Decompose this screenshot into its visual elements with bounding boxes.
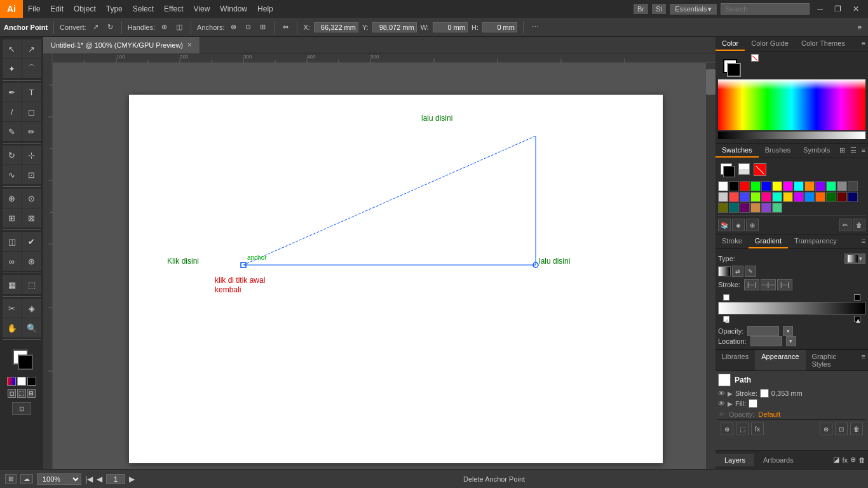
- swatch-color-888888[interactable]: [837, 181, 847, 191]
- tab-close-button[interactable]: ✕: [187, 41, 192, 48]
- swatch-new-btn[interactable]: ⊕: [746, 219, 759, 231]
- stroke-center-btn[interactable]: —|—: [761, 279, 776, 290]
- x-input[interactable]: [314, 22, 358, 32]
- w-input[interactable]: [433, 22, 468, 32]
- v-scroll-thumb[interactable]: [706, 69, 715, 95]
- tool-pen[interactable]: ✒: [3, 83, 22, 102]
- tab-layers[interactable]: Layers: [715, 454, 754, 466]
- close-button[interactable]: ✕: [849, 4, 863, 13]
- clear-appearance-btn[interactable]: ⊗: [820, 423, 832, 435]
- color-panel-menu[interactable]: ≡: [859, 37, 868, 51]
- swatch-color-ff00ff[interactable]: [783, 181, 793, 191]
- zoom-select[interactable]: 100%: [37, 473, 81, 485]
- anchors-btn3[interactable]: ⊞: [257, 22, 268, 32]
- tab-color-themes[interactable]: Color Themes: [795, 37, 851, 51]
- tab-libraries[interactable]: Libraries: [715, 350, 755, 370]
- menu-type[interactable]: Type: [101, 0, 128, 18]
- swatch-color-00ffcc[interactable]: [772, 192, 782, 202]
- tool-blend[interactable]: ∞: [3, 252, 22, 271]
- save-to-cloud-btn[interactable]: ☁: [20, 474, 33, 484]
- stroke-inside-btn[interactable]: |—|: [744, 279, 759, 290]
- swatch-color-8844cc[interactable]: [761, 203, 771, 213]
- tool-hand[interactable]: ✋: [3, 318, 22, 337]
- tool-rect[interactable]: ◻: [22, 102, 41, 121]
- tab-color[interactable]: Color: [715, 37, 745, 51]
- draw-behind-btn[interactable]: ⬚: [17, 389, 25, 398]
- draw-inside-btn[interactable]: ⊟: [27, 389, 36, 398]
- menu-view[interactable]: View: [189, 0, 215, 18]
- fill-visibility-icon[interactable]: 👁: [718, 400, 725, 407]
- swatch-color-666600[interactable]: [718, 203, 728, 213]
- stroke-color[interactable]: [18, 355, 33, 370]
- more-options-btn[interactable]: ⋯: [529, 22, 541, 32]
- tool-scale[interactable]: ⊹: [22, 146, 41, 165]
- swatch-color-0088ff[interactable]: [804, 192, 815, 202]
- swatch-color-0000ff[interactable]: [761, 181, 771, 191]
- anchors-btn2[interactable]: ⊙: [243, 22, 254, 32]
- prev-page-btn[interactable]: ◀: [97, 475, 102, 484]
- tab-appearance[interactable]: Appearance: [755, 350, 805, 370]
- color-gradient-bar[interactable]: [718, 79, 865, 130]
- tool-paintbrush[interactable]: ✎: [3, 122, 22, 141]
- location-dropdown[interactable]: ▾: [786, 336, 796, 346]
- tool-live-paint[interactable]: ⊙: [22, 189, 41, 208]
- convert-btn1[interactable]: ↗: [90, 22, 101, 32]
- tab-symbols[interactable]: Symbols: [797, 144, 836, 158]
- tool-perspective-grid[interactable]: ⊞: [3, 208, 22, 227]
- tool-pencil[interactable]: ✏: [22, 122, 41, 141]
- tab-artboards[interactable]: Artboards: [754, 454, 803, 466]
- swatch-libraries-btn[interactable]: 📚: [718, 219, 731, 231]
- y-input[interactable]: [372, 22, 417, 32]
- tool-type[interactable]: T: [22, 83, 41, 102]
- fill-expand-icon[interactable]: ▶: [728, 400, 733, 407]
- screen-mode-btn[interactable]: ⊡: [12, 402, 31, 415]
- tab-color-guide[interactable]: Color Guide: [745, 37, 795, 51]
- swatches-grid-btn[interactable]: ⊞: [837, 144, 848, 158]
- swatch-edit-btn[interactable]: ✏: [839, 219, 851, 231]
- panel-settings-btn[interactable]: ≡: [855, 22, 864, 32]
- black-white-bar[interactable]: [718, 132, 865, 139]
- tool-symbol-sprayer[interactable]: ⊛: [22, 252, 41, 271]
- swatch-fill-stroke[interactable]: [718, 161, 736, 179]
- location-input[interactable]: [750, 336, 782, 346]
- tool-column-graph[interactable]: ▦: [3, 275, 22, 294]
- tab-brushes[interactable]: Brushes: [759, 144, 797, 158]
- gradient-swatch[interactable]: [718, 266, 731, 276]
- tool-rotate[interactable]: ↻: [3, 146, 22, 165]
- tab-graphic-styles[interactable]: Graphic Styles: [806, 350, 859, 370]
- swatch-color-88ff00[interactable]: [750, 192, 761, 202]
- stroke-box[interactable]: [727, 63, 741, 77]
- handles-btn2[interactable]: ◫: [173, 22, 185, 32]
- stroke-appear-color[interactable]: [760, 389, 769, 398]
- swatches-panel-menu[interactable]: ≡: [859, 144, 868, 158]
- search-input[interactable]: [721, 3, 810, 15]
- swatch-color-cccccc[interactable]: [718, 192, 728, 202]
- swatch-show-types-btn[interactable]: ◈: [732, 219, 745, 231]
- first-page-btn[interactable]: |◀: [85, 475, 93, 484]
- swatch-color-000000[interactable]: [729, 181, 739, 191]
- swatch-color-000066[interactable]: [848, 192, 858, 202]
- new-sublayer-btn[interactable]: ⊕: [850, 456, 856, 464]
- swatch-color-cc8844[interactable]: [750, 203, 761, 213]
- swatch-color-ffcc00[interactable]: [783, 192, 793, 202]
- swatch-color-8800ff[interactable]: [815, 181, 825, 191]
- swatch-delete-btn[interactable]: 🗑: [853, 219, 865, 231]
- delete-layer-btn[interactable]: 🗑: [858, 456, 865, 464]
- page-input[interactable]: [106, 474, 125, 484]
- opacity-dropdown[interactable]: ▾: [783, 326, 793, 336]
- menu-select[interactable]: Select: [128, 0, 159, 18]
- swatch-color-00ff88[interactable]: [826, 181, 836, 191]
- tool-eraser[interactable]: ◈: [22, 299, 41, 318]
- swatch-color-ffffff[interactable]: [718, 181, 728, 191]
- stroke-outside-btn[interactable]: |—|: [777, 279, 792, 290]
- menu-help[interactable]: Help: [252, 0, 278, 18]
- tool-free-transform[interactable]: ⊡: [22, 165, 41, 184]
- menu-file[interactable]: File: [23, 0, 45, 18]
- tool-shape-builder[interactable]: ⊕: [3, 189, 22, 208]
- convert-btn2[interactable]: ↻: [105, 22, 116, 32]
- swatch-color-ffff00[interactable]: [772, 181, 782, 191]
- tool-warp[interactable]: ∿: [3, 165, 22, 184]
- swatch-color-00ffff[interactable]: [794, 181, 804, 191]
- stroke-expand-icon[interactable]: ▶: [728, 390, 733, 397]
- menu-effect[interactable]: Effect: [159, 0, 188, 18]
